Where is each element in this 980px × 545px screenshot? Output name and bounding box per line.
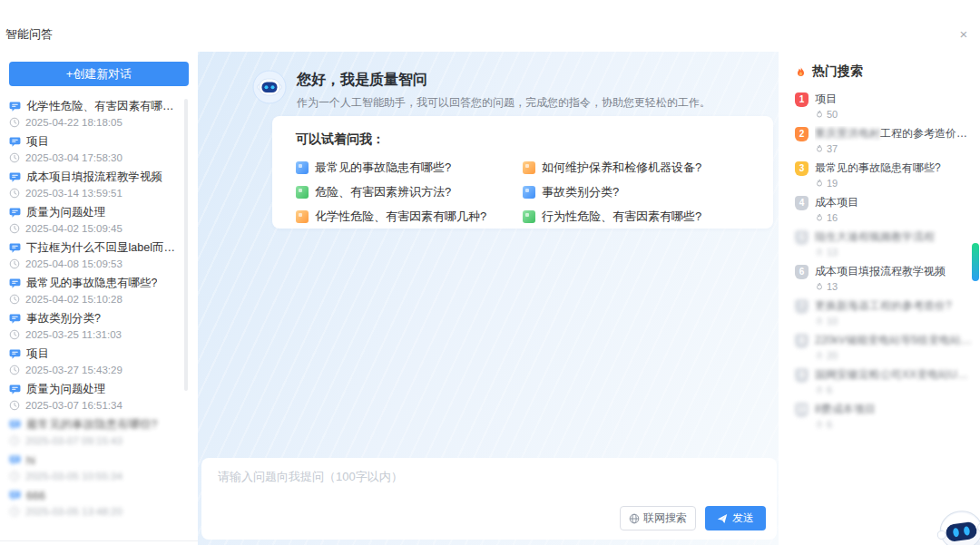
rank-badge: 7 <box>795 299 808 314</box>
suggested-question-label: 危险、有害因素辨识方法? <box>315 184 451 200</box>
conversation-item[interactable]: hi 2025-03-05 10:55:34 <box>9 453 181 481</box>
send-button[interactable]: 发送 <box>705 506 766 530</box>
hot-search-item[interactable]: 9 国网安徽定检公司XX变电站UPS电源（不间… 6 <box>795 367 980 395</box>
conversation-item[interactable]: 项目 2025-03-27 15:43:29 <box>9 346 181 375</box>
conversation-title: 化学性危险、有害因素有哪几种? <box>26 99 181 114</box>
clock-icon <box>9 329 20 340</box>
conversation-item[interactable]: 下拉框为什么不回显label而是显示值 2025-04-08 15:09:53 <box>9 240 181 268</box>
conversation-title: hi <box>26 454 35 467</box>
hot-search-item[interactable]: 7 更换新海器工程的参考造价? 10 <box>795 298 980 326</box>
side-toolbar-handle[interactable] <box>972 243 979 281</box>
heat-count-icon <box>815 213 824 222</box>
web-search-button[interactable]: 联网搜索 <box>620 506 696 530</box>
rank-badge: 3 <box>795 161 808 176</box>
chat-bubble-icon <box>9 171 21 183</box>
hot-search-item[interactable]: 6 成本项目填报流程教学视频 13 <box>795 264 980 292</box>
suggested-question[interactable]: 危险、有害因素辨识方法? <box>296 184 523 200</box>
sidebar-scrollbar[interactable] <box>184 99 188 391</box>
conversation-timestamp: 2025-04-02 15:09:45 <box>25 223 122 234</box>
conversation-item[interactable]: 成本项目填报流程教学视频 2025-03-14 13:59:51 <box>9 170 181 198</box>
heat-count-icon <box>815 385 824 394</box>
hot-search-item[interactable]: 4 成本项目 16 <box>795 195 980 223</box>
rank-badge: 10 <box>795 403 808 417</box>
chat-bubble-icon <box>9 313 21 325</box>
clock-icon <box>9 400 20 411</box>
conversation-timestamp: 2025-04-22 18:18:05 <box>25 117 122 128</box>
clock-icon <box>9 188 20 199</box>
suggested-question[interactable]: 行为性危险、有害因素有哪些? <box>523 209 750 224</box>
conversation-timestamp: 2025-03-04 17:58:30 <box>25 152 122 163</box>
chat-bubble-icon <box>9 136 21 148</box>
question-input[interactable] <box>216 467 724 509</box>
conversation-item[interactable]: 项目 2025-03-04 17:58:30 <box>9 134 181 162</box>
hot-search-item[interactable]: 2 重庆景洪电村工程的参考造价是什么? 37 <box>795 126 980 154</box>
close-icon[interactable]: × <box>956 27 971 42</box>
conversation-item[interactable]: 666 2025-03-05 13:48:20 <box>9 488 181 516</box>
conversation-list: 化学性危险、有害因素有哪几种? 2025-04-22 18:18:05 项目 <box>9 99 181 523</box>
conversation-item[interactable]: 质量为问题处理 2025-03-07 16:51:34 <box>9 382 181 410</box>
composer-card: 联网搜索 发送 <box>201 458 777 540</box>
chat-bubble-icon <box>9 419 21 431</box>
suggested-question[interactable]: 事故类别分类? <box>523 184 750 200</box>
cube-icon <box>296 210 309 223</box>
hot-search-item[interactable]: 10 8费成本项目 6 <box>795 402 980 430</box>
suggested-question-label: 化学性危险、有害因素有哪几种? <box>315 209 486 225</box>
globe-icon <box>629 513 640 524</box>
assistant-greeting: 您好，我是质量智问 作为一个人工智能助手，我可以回答您的问题，完成您的指令，协助… <box>252 70 710 111</box>
conversation-item[interactable]: 质量为问题处理 2025-04-02 15:09:45 <box>9 205 181 233</box>
new-chat-button[interactable]: +创建新对话 <box>9 62 189 86</box>
conversation-timestamp: 2025-04-08 15:09:53 <box>25 258 122 269</box>
clock-icon <box>9 294 20 305</box>
hot-search-item[interactable]: 8 220kV储能变电站等5组变电站主变压监测… 20 <box>795 333 980 361</box>
hot-search-item-title: 国网安徽定检公司XX变电站UPS电源（不间… <box>815 367 975 383</box>
heat-count-icon <box>815 351 824 360</box>
send-label: 发送 <box>732 511 754 526</box>
cube-icon <box>296 186 309 199</box>
cube-icon <box>523 210 535 223</box>
greeting-subtitle: 作为一个人工智能助手，我可以回答您的问题，完成您的指令，协助您更轻松的工作。 <box>297 95 710 111</box>
heat-count-icon <box>815 110 824 119</box>
suggested-question-label: 如何维护保养和检修机器设备? <box>542 160 701 176</box>
conversation-item[interactable]: 化学性危险、有害因素有哪几种? 2025-04-22 18:18:05 <box>9 99 181 127</box>
suggested-question[interactable]: 化学性危险、有害因素有哪几种? <box>296 209 523 224</box>
hot-search-count: 6 <box>827 419 832 430</box>
conversation-sidebar: +创建新对话 化学性危险、有害因素有哪几种? 2025-04-22 18:18:… <box>0 52 198 541</box>
robot-mascot[interactable] <box>931 500 980 545</box>
suggested-question[interactable]: 最常见的事故隐患有哪些? <box>296 160 523 175</box>
hot-search-count: 10 <box>827 316 838 326</box>
suggested-question[interactable]: 如何维护保养和检修机器设备? <box>523 160 750 175</box>
hot-search-item-title: 项目 <box>815 92 837 107</box>
clock-icon <box>9 435 20 446</box>
heat-count-icon <box>815 316 824 326</box>
clock-icon <box>9 258 20 269</box>
rank-badge: 6 <box>795 265 808 279</box>
hot-search-item-title: 更换新海器工程的参考造价? <box>815 298 952 314</box>
clock-icon <box>9 117 20 128</box>
hot-search-count: 13 <box>827 281 838 292</box>
clock-icon <box>9 365 20 375</box>
web-search-label: 联网搜索 <box>643 511 687 526</box>
hot-search-item[interactable]: 1 项目 50 <box>795 92 980 120</box>
heat-count-icon <box>815 282 824 291</box>
conversation-timestamp: 2025-03-14 13:59:51 <box>25 188 122 199</box>
conversation-timestamp: 2025-04-02 15:10:28 <box>25 294 122 305</box>
hot-search-item[interactable]: 5 陆生大迪程视频教学流程 13 <box>795 229 980 258</box>
rank-badge: 4 <box>795 196 808 210</box>
clock-icon <box>9 152 20 163</box>
heat-count-icon <box>815 420 824 429</box>
heat-count-icon <box>815 144 824 153</box>
conversation-item[interactable]: 事故类别分类? 2025-03-25 11:31:03 <box>9 311 181 339</box>
robot-avatar-icon <box>252 70 287 104</box>
suggest-header: 可以试着问我： <box>296 131 750 148</box>
rank-badge: 5 <box>795 230 808 245</box>
conversation-item[interactable]: 最常见的事故隐患有哪些? 2025-03-07 09:15:43 <box>9 417 181 445</box>
hot-search-item[interactable]: 3 最常见的事故隐患有哪些? 19 <box>795 161 980 189</box>
chat-bubble-icon <box>9 348 21 360</box>
chat-bubble-icon <box>9 490 21 501</box>
conversation-title: 项目 <box>26 134 49 150</box>
conversation-item[interactable]: 最常见的事故隐患有哪些? 2025-04-02 15:10:28 <box>9 276 181 304</box>
chat-area: 您好，我是质量智问 作为一个人工智能助手，我可以回答您的问题，完成您的指令，协助… <box>198 52 779 545</box>
conversation-timestamp: 2025-03-07 16:51:34 <box>25 400 122 411</box>
conversation-title: 质量为问题处理 <box>26 205 106 220</box>
hot-search-count: 13 <box>827 247 838 258</box>
